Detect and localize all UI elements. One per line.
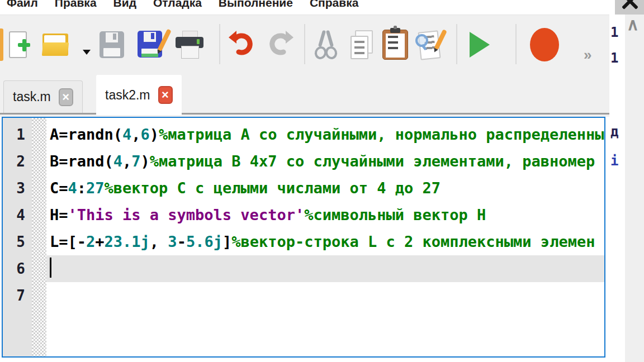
code-segment-code: H=: [50, 206, 68, 223]
text-fragment: 1: [610, 50, 618, 66]
text-fragment: 1: [610, 25, 618, 40]
code-segment-code: ]: [222, 233, 231, 250]
code-line-6[interactable]: [46, 255, 604, 282]
cut-button[interactable]: [313, 30, 339, 59]
code-area[interactable]: A=randn(4,6)%матрица A со случайными, но…: [46, 118, 604, 356]
find-and-replace-button[interactable]: [415, 30, 444, 59]
code-segment-code: B=rand(: [50, 153, 113, 170]
code-segment-comment: %символьный вектор H: [304, 206, 486, 223]
code-segment-number: 4: [122, 126, 131, 143]
paste-button[interactable]: [382, 30, 408, 60]
tabbar-divider: [0, 113, 609, 115]
code-line-2[interactable]: B=rand(4,7)%матрица B 4x7 со случайными …: [46, 148, 604, 175]
undo-button[interactable]: [228, 30, 255, 59]
print-button[interactable]: [176, 31, 203, 59]
code-segment-code: C=: [50, 179, 68, 197]
menu-bar: ФайлПравкаВидОтладкаВыполнениеСправка: [0, 0, 615, 15]
octave-editor-window: ФайлПравкаВидОтладкаВыполнениеСправка: [0, 0, 644, 362]
menu-item-4[interactable]: Отладка: [153, 0, 202, 9]
toolbar-separator: [304, 24, 305, 64]
undo-icon: [228, 30, 255, 57]
text-fragment: i: [610, 153, 618, 169]
toolbar-separator: [456, 24, 457, 64]
code-segment-code: ): [141, 153, 150, 170]
line-number: 7: [3, 282, 32, 309]
code-segment-comment: %вектор C с целыми числами от 4 до 27: [105, 179, 441, 197]
editor-toolbar: »: [0, 15, 609, 74]
open-file-button[interactable]: [42, 34, 68, 56]
code-segment-code: -: [177, 233, 186, 250]
code-segment-code: +: [95, 233, 104, 250]
code-line-1[interactable]: A=randn(4,6)%матрица A со случайными, но…: [46, 121, 604, 148]
tab-close-icon[interactable]: ×: [59, 88, 73, 106]
code-segment-number: 27: [86, 179, 105, 197]
menu-item-3[interactable]: Вид: [113, 0, 136, 9]
line-number-gutter[interactable]: 1234567: [3, 118, 32, 356]
line-number: 6: [3, 255, 32, 282]
toolbar-separator: [219, 24, 220, 64]
text-cursor: [50, 258, 51, 278]
code-segment-comment: %матрица B 4x7 со случайными элементами,…: [150, 153, 595, 170]
menu-item-5[interactable]: Выполнение: [219, 0, 293, 9]
code-segment-number: 6: [141, 126, 150, 143]
code-segment-number: 4: [113, 153, 122, 170]
text-fragment: д: [610, 124, 618, 140]
tab-label: task.m: [13, 89, 51, 104]
fold-margin[interactable]: [32, 118, 46, 356]
code-segment-comment: %вектор-строка L с 2 комплексными элемен: [231, 233, 595, 250]
scrollbar-strip: ∧: [625, 15, 644, 362]
cut-icon: [318, 30, 326, 47]
tab-bar: task.m×task2.m×: [0, 74, 609, 117]
code-segment-code: ): [150, 126, 159, 143]
code-segment-number: 3: [168, 233, 177, 250]
code-segment-code: A=randn(: [50, 126, 122, 143]
code-segment-code: ,: [131, 126, 140, 143]
redo-button[interactable]: [267, 30, 294, 59]
toggle-breakpoint-button[interactable]: [530, 28, 559, 61]
background-pane: 11дi: [609, 15, 625, 362]
save-file-button[interactable]: [100, 31, 124, 58]
partial-icon: [0, 28, 3, 61]
save-file-as-button[interactable]: [138, 31, 165, 59]
line-number: 5: [3, 228, 32, 255]
code-line-7[interactable]: [46, 282, 604, 309]
copy-button[interactable]: [349, 30, 375, 59]
toolbar-separator: [515, 24, 517, 64]
code-segment-number: 4: [68, 179, 77, 197]
menu-item-2[interactable]: Правка: [55, 0, 97, 9]
tab-close-icon[interactable]: ×: [158, 86, 173, 104]
scroll-up-arrow-icon[interactable]: ∧: [627, 15, 639, 34]
line-number: 3: [3, 175, 32, 202]
code-segment-number: 23.1j: [105, 233, 150, 250]
code-segment-code: :: [77, 179, 86, 197]
tab-label: task2.m: [105, 88, 150, 103]
code-line-5[interactable]: L=[-2+23.1j, 3-5.6j]%вектор-строка L с 2…: [46, 228, 604, 255]
code-segment-code: ,: [150, 233, 168, 250]
redo-icon: [267, 30, 294, 57]
open-dropdown-arrow-icon[interactable]: [83, 50, 91, 55]
line-number: 1: [3, 121, 32, 148]
code-segment-string: 'This is a symbols vector': [68, 206, 305, 223]
menu-item-6[interactable]: Справка: [310, 0, 358, 9]
toolbar-overflow-chevron[interactable]: »: [584, 46, 591, 64]
close-icon[interactable]: [622, 0, 638, 11]
code-segment-comment: %матрица A со случайными, нормально расп…: [159, 126, 604, 143]
code-line-3[interactable]: C=4:27%вектор C с целыми числами от 4 до…: [46, 175, 604, 202]
code-segment-number: 7: [131, 153, 140, 170]
line-number: 2: [3, 148, 32, 175]
menu-item-1[interactable]: Файл: [7, 0, 38, 9]
code-segment-code: ,: [122, 153, 131, 170]
run-file-button[interactable]: [470, 32, 490, 58]
code-line-4[interactable]: H='This is a symbols vector'%символьный …: [46, 202, 604, 228]
panel-corner: [615, 0, 644, 15]
code-segment-number: 5.6j: [186, 233, 222, 250]
line-number: 4: [3, 202, 32, 228]
tab-task.m[interactable]: task.m×: [3, 80, 83, 113]
code-editor[interactable]: 1234567 A=randn(4,6)%матрица A со случай…: [2, 117, 605, 358]
tab-task2.m[interactable]: task2.m×: [96, 75, 182, 115]
code-segment-code: L=[-: [50, 233, 86, 250]
new-script-button[interactable]: [9, 31, 29, 58]
code-segment-number: 2: [86, 233, 95, 250]
